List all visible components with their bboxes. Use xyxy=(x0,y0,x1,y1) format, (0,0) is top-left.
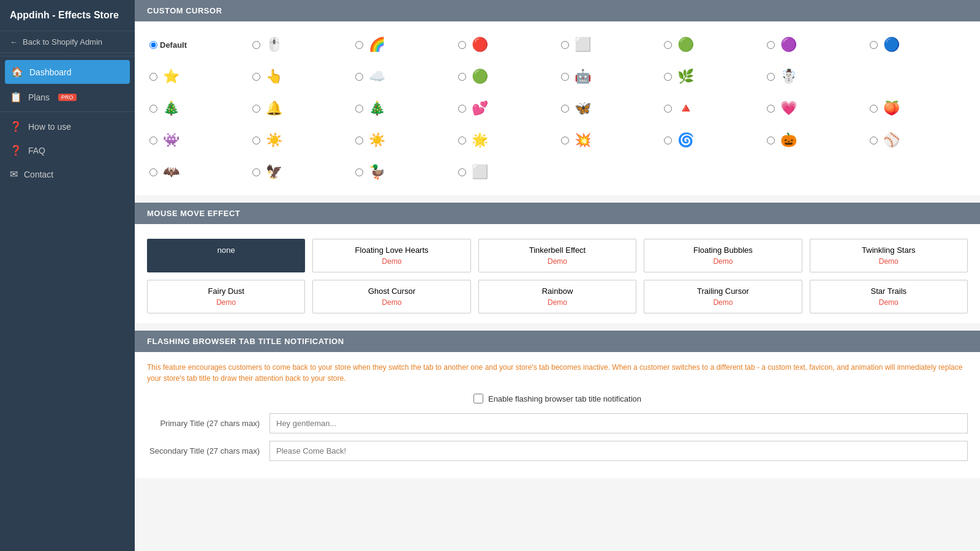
cursor-option-6[interactable]: 🟣 xyxy=(764,31,865,58)
cursor-img-18: 💕 xyxy=(469,97,491,119)
cursor-option-26[interactable]: 🌟 xyxy=(456,127,556,154)
cursor-img-16: 🔔 xyxy=(263,97,285,119)
cursor-radio-25[interactable] xyxy=(355,137,363,144)
cursor-radio-9[interactable] xyxy=(252,73,260,81)
cursor-option-33[interactable]: 🦆 xyxy=(353,159,453,186)
cursor-radio-20[interactable] xyxy=(664,105,672,113)
cursor-radio-23[interactable] xyxy=(149,137,157,144)
cursor-option-2[interactable]: 🌈 xyxy=(353,31,453,58)
cursor-radio-13[interactable] xyxy=(664,73,672,81)
effect-btn-tinkerbell[interactable]: Tinkerbell Effect Demo xyxy=(478,239,636,272)
cursor-radio-19[interactable] xyxy=(561,105,569,113)
cursor-option-24[interactable]: ☀️ xyxy=(250,127,350,154)
cursor-img-34: ⬜ xyxy=(469,161,491,183)
cursor-option-14[interactable]: ☃️ xyxy=(764,63,865,90)
cursor-radio-10[interactable] xyxy=(355,73,363,81)
cursor-option-18[interactable]: 💕 xyxy=(456,95,556,122)
sidebar-item-faq[interactable]: ❓ FAQ xyxy=(0,138,135,162)
cursor-img-17: 🎄 xyxy=(366,97,388,119)
cursor-radio-12[interactable] xyxy=(561,73,569,81)
sidebar-item-plans[interactable]: 📋 Plans PRO xyxy=(0,85,135,109)
cursor-option-31[interactable]: 🦇 xyxy=(147,159,247,186)
cursor-option-default[interactable]: Default xyxy=(147,38,247,52)
cursor-img-14: ☃️ xyxy=(777,66,799,88)
cursor-radio-3[interactable] xyxy=(458,41,466,49)
cursor-option-21[interactable]: 💗 xyxy=(764,95,865,122)
cursor-option-11[interactable]: 🟢 xyxy=(456,63,556,90)
cursor-radio-26[interactable] xyxy=(458,137,466,144)
secondary-title-input[interactable] xyxy=(270,441,968,461)
cursor-option-3[interactable]: 🔴 xyxy=(456,31,556,58)
effect-btn-none[interactable]: none xyxy=(147,239,305,272)
cursor-radio-7[interactable] xyxy=(870,41,878,49)
cursor-radio-22[interactable] xyxy=(870,105,878,113)
cursor-option-1[interactable]: 🖱️ xyxy=(250,31,350,58)
cursor-radio-4[interactable] xyxy=(561,41,569,49)
cursor-option-27[interactable]: 💥 xyxy=(559,127,659,154)
cursor-radio-18[interactable] xyxy=(458,105,466,113)
effect-btn-twinkling-stars[interactable]: Twinkling Stars Demo xyxy=(810,239,968,272)
cursor-radio-default[interactable] xyxy=(149,41,157,49)
cursor-radio-15[interactable] xyxy=(149,105,157,113)
effect-btn-star-trails[interactable]: Star Trails Demo xyxy=(810,280,968,313)
sidebar-item-how-to-use[interactable]: ❓ How to use xyxy=(0,114,135,138)
cursor-option-17[interactable]: 🎄 xyxy=(353,95,453,122)
cursor-radio-33[interactable] xyxy=(355,168,363,176)
cursor-option-4[interactable]: ⬜ xyxy=(559,31,659,58)
cursor-radio-17[interactable] xyxy=(355,105,363,113)
effect-btn-ghost-cursor[interactable]: Ghost Cursor Demo xyxy=(312,280,470,313)
cursor-option-19[interactable]: 🦋 xyxy=(559,95,659,122)
cursor-radio-34[interactable] xyxy=(458,168,466,176)
cursor-option-12[interactable]: 🤖 xyxy=(559,63,659,90)
cursor-option-7[interactable]: 🔵 xyxy=(867,31,968,58)
cursor-option-25[interactable]: ☀️ xyxy=(353,127,453,154)
effect-btn-floating-bubbles[interactable]: Floating Bubbles Demo xyxy=(644,239,802,272)
main-content: CUSTOM CURSOR Default 🖱️ 🌈 🔴 ⬜ 🟢 🟣 🔵 ⭐ 👆… xyxy=(135,0,980,551)
sidebar-item-dashboard[interactable]: 🏠 Dashboard xyxy=(5,60,130,84)
cursor-img-19: 🦋 xyxy=(571,97,594,119)
cursor-radio-14[interactable] xyxy=(767,73,775,81)
cursor-img-23: 👾 xyxy=(160,129,182,151)
cursor-option-34[interactable]: ⬜ xyxy=(456,159,556,186)
cursor-radio-31[interactable] xyxy=(149,168,157,176)
cursor-radio-8[interactable] xyxy=(149,73,157,81)
cursor-radio-1[interactable] xyxy=(252,41,260,49)
effect-btn-rainbow[interactable]: Rainbow Demo xyxy=(478,280,636,313)
effect-btn-floating-love-hearts[interactable]: Floating Love Hearts Demo xyxy=(312,239,470,272)
cursor-option-8[interactable]: ⭐ xyxy=(147,63,247,90)
cursor-radio-16[interactable] xyxy=(252,105,260,113)
sidebar-title: Appdinh - Effects Store xyxy=(0,0,135,31)
cursor-radio-24[interactable] xyxy=(252,137,260,144)
primary-title-input[interactable] xyxy=(270,413,968,433)
cursor-option-20[interactable]: 🔺 xyxy=(662,95,762,122)
cursor-option-10[interactable]: ☁️ xyxy=(353,63,453,90)
cursor-radio-21[interactable] xyxy=(767,105,775,113)
cursor-option-22[interactable]: 🍑 xyxy=(867,95,968,122)
cursor-radio-6[interactable] xyxy=(767,41,775,49)
flashing-tab-section: FLASHING BROWSER TAB TITLE NOTIFICATION … xyxy=(135,331,980,478)
cursor-radio-5[interactable] xyxy=(664,41,672,49)
effect-btn-fairy-dust[interactable]: Fairy Dust Demo xyxy=(147,280,305,313)
cursor-option-16[interactable]: 🔔 xyxy=(250,95,350,122)
cursor-option-15[interactable]: 🎄 xyxy=(147,95,247,122)
enable-row: Enable flashing browser tab title notifi… xyxy=(147,394,968,403)
cursor-radio-29[interactable] xyxy=(767,137,775,144)
cursor-radio-32[interactable] xyxy=(252,168,260,176)
effect-btn-trailing-cursor[interactable]: Trailing Cursor Demo xyxy=(644,280,802,313)
cursor-option-23[interactable]: 👾 xyxy=(147,127,247,154)
cursor-radio-11[interactable] xyxy=(458,73,466,81)
cursor-option-13[interactable]: 🌿 xyxy=(662,63,762,90)
cursor-option-29[interactable]: 🎃 xyxy=(764,127,865,154)
enable-checkbox[interactable] xyxy=(473,394,483,403)
cursor-radio-30[interactable] xyxy=(870,137,878,144)
cursor-option-5[interactable]: 🟢 xyxy=(662,31,762,58)
cursor-radio-27[interactable] xyxy=(561,137,569,144)
cursor-option-32[interactable]: 🦅 xyxy=(250,159,350,186)
cursor-radio-2[interactable] xyxy=(355,41,363,49)
cursor-option-9[interactable]: 👆 xyxy=(250,63,350,90)
cursor-option-30[interactable]: ⚾ xyxy=(867,127,968,154)
sidebar-item-contact[interactable]: ✉ Contact xyxy=(0,162,135,186)
back-to-shopify[interactable]: ← Back to Shopify Admin xyxy=(0,31,135,53)
cursor-radio-28[interactable] xyxy=(664,137,672,144)
cursor-option-28[interactable]: 🌀 xyxy=(662,127,762,154)
